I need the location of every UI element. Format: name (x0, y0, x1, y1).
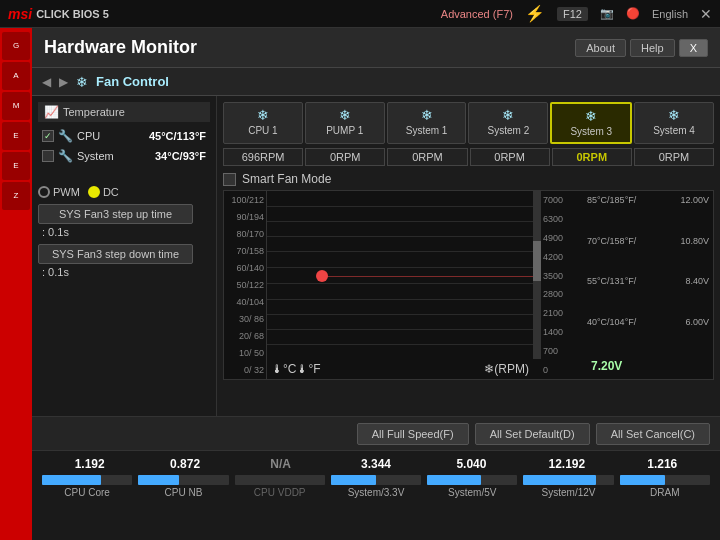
pwm-radio[interactable] (38, 186, 50, 198)
sys1-icon: ❄ (390, 107, 464, 123)
cpu-sensor-name: CPU (77, 130, 145, 142)
cpu1-icon: ❄ (226, 107, 300, 123)
grid-line-1 (267, 206, 541, 207)
volt-bar-fill-cpu-nb (138, 475, 179, 485)
right-label-3: 40°C/104°F/ 6.00V (587, 317, 709, 327)
y-label-10: 0/ 32 (226, 365, 264, 375)
fan-tab-sys4[interactable]: ❄ System 4 (634, 102, 714, 144)
rpm-label-7: 1400 (543, 327, 581, 337)
fan-tab-cpu1[interactable]: ❄ CPU 1 (223, 102, 303, 144)
volt-name-sys5: System/5V (448, 487, 496, 498)
temperature-section-header: 📈 Temperature (38, 102, 210, 122)
volt-item-sys5: 5.040 (424, 457, 519, 471)
chart-area: 100/212 90/194 80/170 70/158 60/140 50/1… (223, 190, 714, 380)
y-label-1: 90/194 (226, 212, 264, 222)
volt-item-sys12: 12.192 (519, 457, 614, 471)
chart-main[interactable]: 🌡°C 🌡°F ❄(RPM) (266, 191, 541, 379)
step-up-button[interactable]: SYS Fan3 step up time (38, 204, 193, 224)
volt-label-1: 10.80V (680, 236, 709, 246)
sys2-label: System 2 (488, 125, 530, 136)
x-label-celsius: 🌡°C (271, 362, 296, 376)
volt-bar-fill-sys5 (427, 475, 481, 485)
pwm-option[interactable]: PWM (38, 186, 80, 198)
set-cancel-button[interactable]: All Set Cancel(C) (596, 423, 710, 445)
system-sensor-name: System (77, 150, 151, 162)
close-button[interactable]: X (679, 39, 708, 57)
volt-bar-cpu-core: CPU Core (42, 475, 132, 498)
right-panel: ❄ CPU 1 ❄ PUMP 1 ❄ System 1 ❄ System 2 ❄ (217, 96, 720, 416)
dc-radio[interactable] (88, 186, 100, 198)
cpu-checkbox[interactable]: ✓ (42, 130, 54, 142)
chart-scrollbar[interactable] (533, 191, 541, 359)
smart-fan-label: Smart Fan Mode (242, 172, 331, 186)
fan-control-icon: ❄ (76, 74, 88, 90)
volt-bar-cpu-nb: CPU NB (138, 475, 228, 498)
volt-bar-bg-dram (620, 475, 710, 485)
set-default-button[interactable]: All Set Default(D) (475, 423, 590, 445)
dc-option[interactable]: DC (88, 186, 119, 198)
volt-bar-bg-cpu-nb (138, 475, 228, 485)
sidebar-item-e1[interactable]: E (2, 122, 30, 150)
nav-forward-icon[interactable]: ▶ (59, 75, 68, 89)
dc-label: DC (103, 186, 119, 198)
grid-line-10 (267, 344, 541, 345)
pwm-dc-section: PWM DC (38, 186, 210, 198)
volt-values-row: 1.192 0.872 N/A 3.344 5.040 12.192 1.216 (42, 457, 710, 471)
volt-value-cpu-nb: 0.872 (170, 457, 200, 471)
fan-tab-sys2[interactable]: ❄ System 2 (468, 102, 548, 144)
help-button[interactable]: Help (630, 39, 675, 57)
volt-label-0: 12.00V (680, 195, 709, 205)
fan-rpm-row: 696RPM 0RPM 0RPM 0RPM 0RPM 0RPM (223, 148, 714, 166)
top-bar: msi CLICK BIOS 5 Advanced (F7) ⚡ F12 📷 🔴… (0, 0, 720, 28)
volt-bar-cpu-vddp: CPU VDDP (235, 475, 325, 498)
fan-tabs: ❄ CPU 1 ❄ PUMP 1 ❄ System 1 ❄ System 2 ❄ (223, 102, 714, 144)
rpm-label-6: 2100 (543, 308, 581, 318)
full-speed-button[interactable]: All Full Speed(F) (357, 423, 469, 445)
mode-label[interactable]: Advanced (F7) (441, 8, 513, 20)
fan-tab-sys3[interactable]: ❄ System 3 (550, 102, 632, 144)
volt-value-sys33: 3.344 (361, 457, 391, 471)
language-label[interactable]: English (652, 8, 688, 20)
pwm-label: PWM (53, 186, 80, 198)
rpm-label-8: 700 (543, 346, 581, 356)
step-down-button[interactable]: SYS Fan3 step down time (38, 244, 193, 264)
chart-scrollbar-thumb[interactable] (533, 241, 541, 281)
highlight-voltage: 7.20V (587, 357, 709, 375)
volt-bar-bg-sys5 (427, 475, 517, 485)
f12-button[interactable]: F12 (557, 7, 588, 21)
sidebar-item-a[interactable]: A (2, 62, 30, 90)
sidebar-item-m[interactable]: M (2, 92, 30, 120)
volt-name-sys12: System/12V (542, 487, 596, 498)
step-up-value: : 0.1s (38, 226, 210, 238)
volt-item-cpu-core: 1.192 (42, 457, 137, 471)
system-icon: 🔧 (58, 149, 73, 163)
sys4-icon: ❄ (637, 107, 711, 123)
volt-item-cpu-vddp: N/A (233, 457, 328, 471)
warning-icon: ⚡ (525, 4, 545, 23)
y-label-7: 30/ 86 (226, 314, 264, 324)
sys3-label: System 3 (570, 126, 612, 137)
msi-logo: msi (8, 6, 32, 22)
top-close-button[interactable]: ✕ (700, 6, 712, 22)
volt-bar-fill-cpu-core (42, 475, 101, 485)
rpm-sys3: 0RPM (552, 148, 632, 166)
step-controls: SYS Fan3 step up time : 0.1s SYS Fan3 st… (38, 204, 210, 278)
volt-bar-bg-cpu-core (42, 475, 132, 485)
volt-value-sys5: 5.040 (456, 457, 486, 471)
volt-bar-sys33: System/3.3V (331, 475, 421, 498)
rpm-label-0: 7000 (543, 195, 581, 205)
sidebar-item-e2[interactable]: E (2, 152, 30, 180)
about-button[interactable]: About (575, 39, 626, 57)
rpm-label-5: 2800 (543, 289, 581, 299)
sidebar-item-g[interactable]: G (2, 32, 30, 60)
volt-value-dram: 1.216 (647, 457, 677, 471)
fan-tab-pump1[interactable]: ❄ PUMP 1 (305, 102, 385, 144)
sys1-label: System 1 (406, 125, 448, 136)
pump1-label: PUMP 1 (326, 125, 363, 136)
nav-back-icon[interactable]: ◀ (42, 75, 51, 89)
rpm-pump1: 0RPM (305, 148, 385, 166)
smart-fan-checkbox[interactable] (223, 173, 236, 186)
sidebar-item-ez[interactable]: Z (2, 182, 30, 210)
system-checkbox[interactable] (42, 150, 54, 162)
fan-tab-sys1[interactable]: ❄ System 1 (387, 102, 467, 144)
